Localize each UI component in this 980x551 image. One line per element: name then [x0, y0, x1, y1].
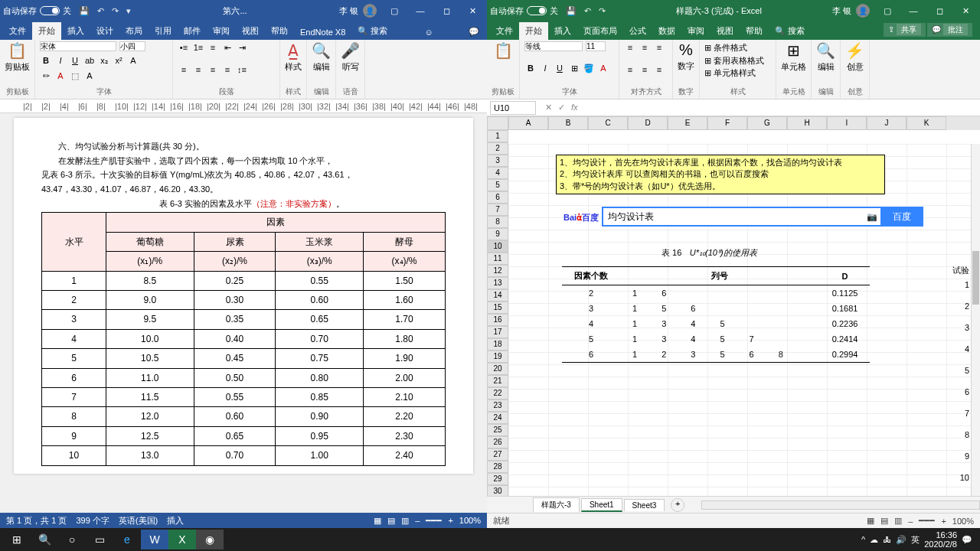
start-button[interactable]: ⊞: [3, 530, 31, 549]
baidu-search-button[interactable]: 百度: [880, 207, 923, 227]
multilevel-button[interactable]: ≡: [207, 41, 219, 54]
font-size-combo[interactable]: [586, 41, 606, 51]
maximize-button[interactable]: ◻: [435, 6, 458, 16]
tab-references[interactable]: 引用: [149, 22, 178, 40]
paste-button[interactable]: 📋: [492, 41, 514, 60]
autosave-toggle[interactable]: 自动保存 关: [3, 5, 71, 17]
redo-icon[interactable]: ↷: [599, 6, 606, 16]
align-right-button[interactable]: ≡: [207, 64, 219, 76]
view-print-icon[interactable]: ▦: [374, 516, 381, 526]
redo-icon[interactable]: ↷: [112, 6, 119, 16]
fill-color-button[interactable]: 🪣: [583, 62, 595, 74]
worksheet-area[interactable]: ABCDEFGHIJK 1234567891011121314151617181…: [487, 116, 980, 496]
horizontal-ruler[interactable]: |2||2||4||6||8||10||12||14||16||18||20||…: [0, 99, 487, 113]
zoom-in-button[interactable]: +: [941, 517, 946, 526]
tab-mailings[interactable]: 邮件: [178, 22, 207, 40]
char-border-button[interactable]: A: [83, 70, 96, 82]
text-effects-button[interactable]: A: [127, 54, 139, 67]
format-as-table-button[interactable]: ⊞ 套用表格格式: [704, 54, 771, 67]
underline-button[interactable]: U: [554, 62, 566, 74]
excel-taskbar-icon[interactable]: X: [168, 530, 196, 549]
horizontal-scrollbar[interactable]: [701, 500, 980, 510]
align-center-button[interactable]: ≡: [639, 64, 651, 76]
align-bottom-button[interactable]: ≡: [653, 41, 665, 54]
ideas-button[interactable]: ⚡创意: [845, 41, 864, 73]
tab-help[interactable]: 帮助: [740, 22, 769, 40]
view-read-icon[interactable]: ▤: [387, 516, 395, 526]
view-break-icon[interactable]: ▥: [894, 516, 902, 526]
name-box-input[interactable]: [490, 101, 536, 115]
sheet-tab-3[interactable]: Sheet3: [624, 499, 665, 511]
add-sheet-button[interactable]: +: [671, 498, 684, 512]
search-box[interactable]: 🔍 搜索: [769, 22, 811, 40]
vertical-scrollbar[interactable]: [971, 144, 980, 496]
search-box[interactable]: 🔍 搜索: [351, 22, 394, 40]
word-taskbar-icon[interactable]: W: [141, 530, 168, 549]
camera-icon[interactable]: 📷: [867, 212, 877, 222]
number-format-button[interactable]: %数字: [678, 41, 694, 72]
share-button[interactable]: ⇪ 共享: [884, 23, 926, 37]
tab-file[interactable]: 文件: [490, 22, 519, 40]
line-spacing-button[interactable]: ↕≡: [236, 64, 248, 76]
notifications-icon[interactable]: 💬: [962, 535, 972, 545]
view-web-icon[interactable]: ▥: [401, 516, 409, 526]
close-button[interactable]: ✕: [954, 6, 977, 16]
zoom-out-button[interactable]: –: [415, 516, 420, 525]
tab-layout[interactable]: 布局: [119, 22, 149, 40]
onedrive-icon[interactable]: ☁: [870, 535, 878, 545]
cells-button[interactable]: ⊞单元格: [781, 41, 806, 73]
comments-button[interactable]: 💬 批注: [927, 23, 972, 37]
italic-button[interactable]: I: [54, 54, 67, 67]
align-right-button[interactable]: ≡: [653, 64, 665, 76]
baidu-search-input[interactable]: [602, 207, 885, 227]
subscript-button[interactable]: x₂: [98, 54, 110, 67]
bullets-button[interactable]: •≡: [178, 41, 190, 54]
cells-grid[interactable]: 1、均匀设计，首先在均匀设计表库里，根据因素个数，找合适的均匀设计表 2、均匀设…: [508, 144, 980, 496]
dictate-button[interactable]: 🎤听写: [341, 41, 360, 73]
close-button[interactable]: ✕: [461, 6, 484, 16]
save-icon[interactable]: 💾: [566, 6, 577, 16]
minimize-button[interactable]: ―: [902, 6, 925, 16]
tab-page-layout[interactable]: 页面布局: [577, 22, 623, 40]
strike-button[interactable]: ab: [83, 54, 96, 67]
language-status[interactable]: 英语(美国): [119, 515, 158, 527]
zoom-level[interactable]: 100%: [459, 516, 481, 525]
minimize-button[interactable]: ―: [409, 6, 432, 16]
word-count[interactable]: 399 个字: [76, 515, 109, 527]
insert-mode[interactable]: 插入: [167, 515, 184, 527]
tab-view[interactable]: 视图: [236, 22, 265, 40]
tray-chevron-icon[interactable]: ^: [861, 535, 865, 544]
cortana-icon[interactable]: ○: [58, 530, 86, 549]
sheet-tab-1[interactable]: 样题六-3: [533, 497, 580, 512]
indent-dec-button[interactable]: ⇤: [221, 41, 234, 54]
font-size-combo[interactable]: [119, 41, 145, 51]
tab-home[interactable]: 开始: [32, 22, 61, 40]
ime-icon[interactable]: 英: [911, 534, 920, 546]
clock[interactable]: 16:362020/2/8: [924, 530, 957, 549]
align-top-button[interactable]: ≡: [624, 41, 636, 54]
tab-formulas[interactable]: 公式: [623, 22, 652, 40]
editing-button[interactable]: 🔍编辑: [312, 41, 331, 73]
underline-button[interactable]: U: [69, 54, 81, 67]
edge-icon[interactable]: e: [113, 530, 141, 549]
tab-endnote[interactable]: EndNote X8: [294, 24, 351, 40]
view-normal-icon[interactable]: ▦: [867, 516, 874, 526]
superscript-button[interactable]: x²: [113, 54, 125, 67]
highlight-button[interactable]: ✏: [40, 70, 52, 82]
column-headers[interactable]: ABCDEFGHIJK: [487, 116, 980, 130]
tab-design[interactable]: 设计: [90, 22, 119, 40]
user-account[interactable]: 李 银👤: [339, 4, 377, 18]
zoom-out-button[interactable]: –: [908, 517, 913, 526]
font-name-combo[interactable]: [524, 41, 583, 51]
tab-file[interactable]: 文件: [3, 22, 32, 40]
align-center-button[interactable]: ≡: [192, 64, 204, 76]
maximize-button[interactable]: ◻: [928, 6, 951, 16]
share-icon[interactable]: ☺: [420, 24, 438, 40]
bold-button[interactable]: B: [40, 54, 52, 67]
cancel-icon[interactable]: ✕: [545, 103, 552, 112]
row-headers[interactable]: 1234567891011121314151617181920212223242…: [487, 130, 508, 496]
paste-button[interactable]: 📋剪贴板: [5, 41, 30, 73]
ribbon-mode-icon[interactable]: ▢: [876, 6, 899, 16]
zoom-level[interactable]: 100%: [952, 517, 974, 526]
cell-styles-button[interactable]: ⊞ 单元格样式: [704, 67, 771, 80]
